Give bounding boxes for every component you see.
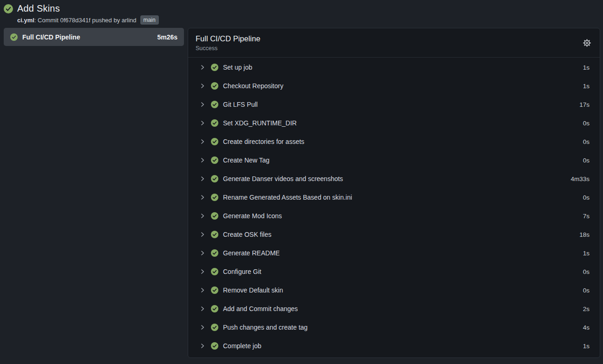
step-duration: 1s <box>583 83 590 90</box>
author-link[interactable]: arlind <box>122 17 137 24</box>
step-duration: 0s <box>583 157 590 164</box>
chevron-right-icon[interactable] <box>199 83 206 89</box>
step-name: Set up job <box>223 64 583 71</box>
job-panel-header: Full CI/CD Pipeline Success <box>188 28 600 58</box>
chevron-right-icon[interactable] <box>199 176 206 182</box>
step-success-icon <box>211 156 218 164</box>
step-name: Push changes and create tag <box>223 324 583 331</box>
step-success-icon <box>211 175 218 182</box>
step-success-icon <box>211 119 218 127</box>
sidebar-job-full-cicd-pipeline[interactable]: Full CI/CD Pipeline 5m26s <box>4 28 184 46</box>
step-row[interactable]: Set up job 1s <box>188 58 600 77</box>
step-name: Add and Commit changes <box>223 305 583 312</box>
step-row[interactable]: Create New Tag 0s <box>188 151 600 169</box>
job-status-label: Success <box>196 45 260 52</box>
run-header: Add Skins ci.yml: Commit 0f678d341f push… <box>0 0 603 26</box>
step-name: Configure Git <box>223 268 583 275</box>
step-duration: 17s <box>579 101 590 108</box>
step-success-icon <box>211 101 218 108</box>
branch-badge[interactable]: main <box>140 15 159 25</box>
chevron-right-icon[interactable] <box>199 343 206 349</box>
step-duration: 7s <box>583 213 590 220</box>
step-duration: 1s <box>583 64 590 71</box>
step-duration: 2s <box>583 306 590 312</box>
step-row[interactable]: Remove Default skin 0s <box>188 281 600 299</box>
chevron-right-icon[interactable] <box>199 213 206 219</box>
step-row[interactable]: Generate Danser videos and screenshots 4… <box>188 169 600 188</box>
chevron-right-icon[interactable] <box>199 157 206 163</box>
jobs-sidebar: Full CI/CD Pipeline 5m26s <box>0 26 188 46</box>
chevron-right-icon[interactable] <box>199 194 206 201</box>
step-success-icon <box>211 231 218 238</box>
run-subtitle: ci.yml: Commit 0f678d341f pushed by arli… <box>17 15 598 25</box>
step-row[interactable]: Add and Commit changes 2s <box>188 299 600 318</box>
chevron-right-icon[interactable] <box>199 287 206 293</box>
step-success-icon <box>211 305 218 312</box>
gear-icon[interactable] <box>583 39 591 47</box>
step-row[interactable]: Configure Git 0s <box>188 262 600 281</box>
step-name: Generate Mod Icons <box>223 212 583 220</box>
step-name: Rename Generated Assets Based on skin.in… <box>223 194 583 201</box>
commit-hash-link[interactable]: 0f678d341f <box>60 17 90 24</box>
step-success-icon <box>211 286 218 294</box>
step-name: Create directories for assets <box>223 138 583 145</box>
step-name: Create New Tag <box>223 156 583 164</box>
chevron-right-icon[interactable] <box>199 101 206 108</box>
step-row[interactable]: Git LFS Pull 17s <box>188 95 600 114</box>
step-success-icon <box>211 138 218 145</box>
step-success-icon <box>211 324 218 331</box>
step-duration: 4m33s <box>570 176 590 182</box>
run-success-icon <box>4 4 13 13</box>
job-success-icon <box>10 33 18 41</box>
step-success-icon <box>211 82 218 90</box>
step-duration: 0s <box>583 268 590 275</box>
step-name: Git LFS Pull <box>223 101 579 108</box>
chevron-right-icon[interactable] <box>199 324 206 331</box>
step-name: Generate README <box>223 249 583 257</box>
step-row[interactable]: Checkout Repository 1s <box>188 77 600 95</box>
step-success-icon <box>211 342 218 350</box>
step-duration: 0s <box>583 194 590 201</box>
step-success-icon <box>211 64 218 71</box>
step-row[interactable]: Create OSK files 18s <box>188 225 600 244</box>
step-name: Complete job <box>223 342 583 350</box>
chevron-right-icon[interactable] <box>199 138 206 145</box>
step-duration: 0s <box>583 138 590 145</box>
step-success-icon <box>211 212 218 220</box>
workflow-file-link[interactable]: ci.yml <box>17 17 34 24</box>
step-duration: 1s <box>583 343 590 350</box>
step-name: Generate Danser videos and screenshots <box>223 175 570 182</box>
step-row[interactable]: Set XDG_RUNTIME_DIR 0s <box>188 114 600 132</box>
chevron-right-icon[interactable] <box>199 268 206 275</box>
step-duration: 18s <box>579 231 590 238</box>
chevron-right-icon[interactable] <box>199 231 206 238</box>
job-name: Full CI/CD Pipeline <box>22 33 152 41</box>
chevron-right-icon[interactable] <box>199 120 206 126</box>
step-name: Create OSK files <box>223 231 579 238</box>
step-success-icon <box>211 194 218 201</box>
step-name: Set XDG_RUNTIME_DIR <box>223 119 583 127</box>
step-duration: 1s <box>583 250 590 257</box>
step-name: Checkout Repository <box>223 82 583 90</box>
chevron-right-icon[interactable] <box>199 250 206 256</box>
step-duration: 0s <box>583 287 590 294</box>
step-row[interactable]: Complete job 1s <box>188 337 600 355</box>
step-name: Remove Default skin <box>223 286 583 294</box>
job-panel-title: Full CI/CD Pipeline <box>196 34 260 43</box>
job-duration: 5m26s <box>157 33 177 41</box>
chevron-right-icon[interactable] <box>199 306 206 312</box>
step-duration: 4s <box>583 324 590 331</box>
step-success-icon <box>211 249 218 257</box>
step-row[interactable]: Create directories for assets 0s <box>188 132 600 151</box>
step-row[interactable]: Generate Mod Icons 7s <box>188 207 600 225</box>
chevron-right-icon[interactable] <box>199 64 206 71</box>
run-content: Full CI/CD Pipeline 5m26s Full CI/CD Pip… <box>0 26 603 358</box>
run-title: Add Skins <box>17 3 60 14</box>
step-duration: 0s <box>583 120 590 127</box>
step-row[interactable]: Push changes and create tag 4s <box>188 318 600 337</box>
steps-list: Set up job 1s Checkout Repository 1s <box>188 58 600 357</box>
subtitle-text: : Commit <box>34 17 60 24</box>
job-detail-panel: Full CI/CD Pipeline Success <box>188 28 600 358</box>
step-row[interactable]: Generate README 1s <box>188 244 600 262</box>
step-row[interactable]: Rename Generated Assets Based on skin.in… <box>188 188 600 207</box>
